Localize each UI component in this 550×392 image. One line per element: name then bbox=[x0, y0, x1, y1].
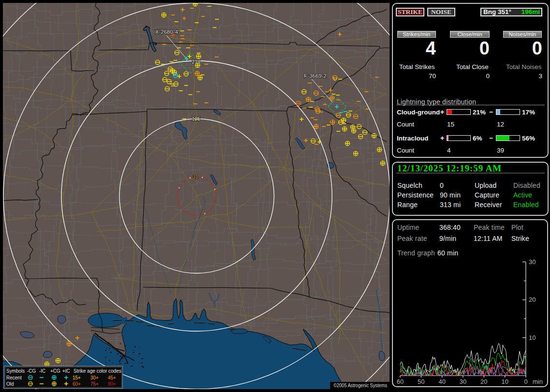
svg-text:20: 20 bbox=[529, 296, 536, 303]
svg-text:45+: 45+ bbox=[108, 375, 116, 380]
svg-text:Symbols: Symbols bbox=[6, 368, 25, 374]
svg-text:125: 125 bbox=[192, 116, 201, 122]
svg-text:©2005 Astrogenic Systems: ©2005 Astrogenic Systems bbox=[333, 382, 387, 388]
svg-text:10: 10 bbox=[501, 378, 508, 385]
svg-text:0: 0 bbox=[524, 378, 527, 385]
svg-text:30: 30 bbox=[529, 259, 536, 266]
svg-text:20: 20 bbox=[480, 378, 487, 385]
svg-text:60: 60 bbox=[397, 378, 404, 385]
svg-text:X-2680-4: X-2680-4 bbox=[155, 29, 178, 35]
svg-text:-CG: -CG bbox=[27, 368, 36, 374]
svg-text:30: 30 bbox=[460, 378, 466, 385]
svg-text:Strike age color codes: Strike age color codes bbox=[73, 368, 121, 374]
svg-text:50: 50 bbox=[418, 378, 424, 385]
svg-text:+IC: +IC bbox=[62, 368, 70, 374]
svg-text:75+: 75+ bbox=[90, 381, 99, 387]
svg-text:F-3669-2: F-3669-2 bbox=[304, 73, 327, 79]
svg-text:90+: 90+ bbox=[108, 381, 116, 387]
svg-text:31: 31 bbox=[193, 174, 199, 180]
svg-text:Old: Old bbox=[6, 381, 14, 387]
svg-text:30+: 30+ bbox=[90, 375, 99, 380]
svg-text:Recent: Recent bbox=[6, 375, 22, 380]
svg-text:15+: 15+ bbox=[72, 375, 81, 380]
svg-text:+CG: +CG bbox=[50, 368, 60, 374]
svg-text:min: min bbox=[533, 378, 543, 385]
svg-text:10: 10 bbox=[529, 334, 536, 341]
svg-text:60+: 60+ bbox=[72, 381, 81, 387]
svg-text:40: 40 bbox=[438, 378, 445, 385]
svg-text:-IC: -IC bbox=[39, 368, 45, 374]
